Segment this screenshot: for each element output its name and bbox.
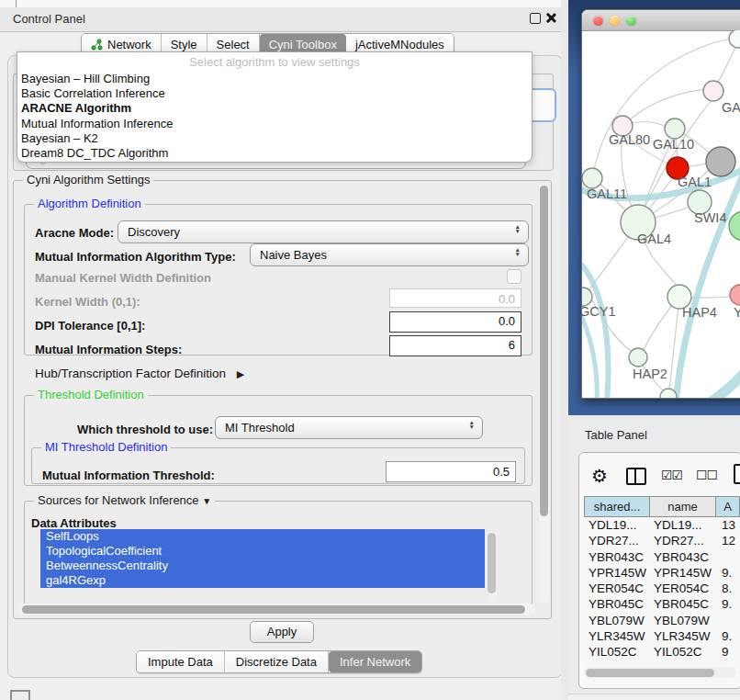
network-node-gcy1[interactable]	[582, 288, 592, 306]
table-rows: YDL19...YDL19...13YDR27...YDR27...12YBR0…	[584, 517, 740, 667]
network-edge[interactable]	[622, 89, 706, 126]
network-node-label: GAL1	[678, 175, 712, 189]
network-node-gal7[interactable]	[703, 81, 723, 101]
mi-threshold-field[interactable]: 0.5	[386, 461, 516, 482]
table-cell: 8.	[722, 581, 732, 596]
screen: Control Panel Network Style Select Cyni …	[0, 0, 740, 700]
which-threshold-combo[interactable]: MI Threshold ▲▼	[215, 416, 483, 439]
table-cell: 9.	[722, 565, 732, 581]
checked-columns-icon[interactable]: ☑☑	[661, 468, 682, 482]
mi-threshold-definition-legend: MI Threshold Definition	[41, 440, 171, 454]
network-window-titlebar[interactable]	[582, 10, 740, 31]
gear-icon[interactable]: ⚙	[591, 465, 608, 487]
network-node-gray-node[interactable]	[706, 147, 735, 176]
tab-infer-network[interactable]: Infer Network	[329, 651, 421, 672]
algorithm-placeholder: Select algorithm to view settings	[17, 52, 532, 72]
column-header-partial[interactable]: A	[715, 496, 740, 517]
kernel-width-field[interactable]: 0.0	[389, 288, 521, 308]
network-node-label: HAP2	[633, 367, 667, 381]
table-row[interactable]: YIL052CYIL052C9	[584, 644, 740, 660]
table-cell: 9	[722, 644, 729, 660]
settings-horizontal-scrollbar-thumb[interactable]	[22, 605, 525, 614]
apply-button[interactable]: Apply	[250, 621, 314, 643]
unchecked-columns-icon[interactable]: ☐☐	[696, 468, 717, 482]
table-cell: YDL19...	[654, 517, 702, 533]
aracne-mode-value: Discovery	[128, 225, 180, 239]
attribute-item[interactable]: gal4RGexp	[40, 573, 485, 588]
network-node-top-partial[interactable]	[729, 30, 740, 48]
column-header-name[interactable]: name	[649, 496, 715, 517]
dpi-tolerance-field[interactable]: 0.0	[389, 311, 521, 333]
table-row[interactable]: YER054CYER054C8.	[584, 581, 740, 596]
cyni-settings-legend: Cyni Algorithm Settings	[23, 173, 153, 186]
table-row[interactable]: YBR045CYBR045C9.	[584, 596, 740, 612]
table-cell: 9.	[722, 596, 732, 612]
dock-panel-icon[interactable]	[10, 690, 30, 700]
table-row[interactable]: YDR27...YDR27...12	[584, 533, 740, 548]
table-cell: YBR045C	[589, 596, 644, 612]
split-pane-icon[interactable]	[626, 468, 646, 485]
algorithm-option[interactable]: ARACNE Algorithm	[17, 101, 532, 116]
table-row[interactable]: YBR043CYBR043C	[584, 549, 740, 565]
hub-definition-toggle[interactable]: Hub/Transcription Factor Definition ▶	[35, 367, 244, 380]
table-cell: YER054C	[589, 581, 644, 596]
algorithm-option[interactable]: Mutual Information Inference	[17, 117, 532, 131]
algorithm-option[interactable]: Basic Correlation Inference	[17, 86, 532, 101]
mi-type-combo[interactable]: Naive Bayes ▲▼	[250, 243, 529, 266]
network-node-label: GCY1	[582, 304, 616, 319]
panel-splitter[interactable]	[561, 0, 568, 700]
attribute-item[interactable]: SelfLoops	[40, 529, 485, 544]
table-horizontal-scrollbar-thumb[interactable]	[586, 669, 714, 677]
network-node-pink-right[interactable]	[730, 285, 740, 305]
sources-legend[interactable]: Sources for Network Inference ▼	[34, 493, 215, 507]
float-window-icon[interactable]	[530, 13, 541, 24]
mi-type-label: Mutual Information Algorithm Type:	[35, 250, 236, 264]
table-cell: YER054C	[654, 581, 709, 596]
minimize-traffic-light[interactable]	[610, 16, 620, 26]
settings-vertical-scrollbar-thumb[interactable]	[540, 186, 548, 516]
network-edge[interactable]	[582, 306, 597, 398]
zoom-traffic-light[interactable]	[626, 16, 636, 26]
table-cell: YDR27...	[589, 533, 639, 548]
network-node-label: Y	[734, 305, 740, 320]
table-cell: YBR045C	[654, 596, 709, 612]
network-view-window: GALGAL80GAL10GAL1GAL11SWI4GAL4GCY1HAP4YH…	[581, 9, 740, 399]
algorithm-option[interactable]: Bayesian – K2	[17, 131, 532, 146]
network-node-hap2[interactable]	[629, 348, 647, 367]
attribute-item[interactable]: TopologicalCoefficient	[40, 544, 485, 559]
close-traffic-light[interactable]	[593, 16, 603, 26]
network-edge[interactable]	[706, 347, 740, 398]
network-node-gal11[interactable]	[582, 168, 602, 188]
algorithm-option[interactable]: Dream8 DC_TDC Algorithm	[17, 146, 532, 161]
network-canvas[interactable]: GALGAL80GAL10GAL1GAL11SWI4GAL4GCY1HAP4YH…	[582, 30, 740, 398]
tab-discretize-data[interactable]: Discretize Data	[225, 651, 329, 672]
table-row[interactable]: YPR145WYPR145W9.	[584, 565, 740, 581]
network-tab-icon	[91, 39, 103, 51]
column-header-shared[interactable]: shared...	[584, 496, 649, 517]
table-cell: YLR345W	[654, 628, 711, 644]
table-cell: YIL052C	[654, 644, 702, 660]
bottom-tabs: Impute Data Discretize Data Infer Networ…	[136, 650, 422, 673]
attribute-item[interactable]: BetweennessCentrality	[40, 559, 485, 573]
network-edge[interactable]	[588, 292, 635, 354]
table-cell: YDL19...	[589, 517, 637, 533]
mi-steps-field[interactable]: 6	[389, 335, 521, 356]
table-row[interactable]: YBL079WYBL079W	[584, 613, 740, 628]
tab-impute-data[interactable]: Impute Data	[137, 651, 225, 672]
data-attributes-label: Data Attributes	[31, 516, 117, 530]
network-node-label: GAL10	[653, 137, 694, 152]
table-cell: YBL079W	[654, 613, 710, 628]
table-cell: YBR043C	[589, 549, 644, 565]
algorithm-option[interactable]: Bayesian – Hill Climbing	[17, 72, 532, 86]
manual-kernel-checkbox[interactable]	[507, 269, 521, 284]
network-node-gal10[interactable]	[665, 119, 685, 139]
aracne-mode-combo[interactable]: Discovery ▲▼	[118, 220, 529, 243]
network-node-label: GAL4	[637, 231, 671, 246]
close-icon[interactable]	[545, 12, 556, 23]
attributes-scrollbar-thumb[interactable]	[488, 533, 496, 593]
table-row[interactable]: YDL19...YDL19...13	[584, 517, 740, 533]
mi-threshold-label: Mutual Information Threshold:	[42, 469, 215, 482]
document-icon[interactable]	[734, 464, 740, 484]
network-node-green-right[interactable]	[729, 211, 740, 241]
table-row[interactable]: YLR345WYLR345W9.	[584, 628, 740, 644]
